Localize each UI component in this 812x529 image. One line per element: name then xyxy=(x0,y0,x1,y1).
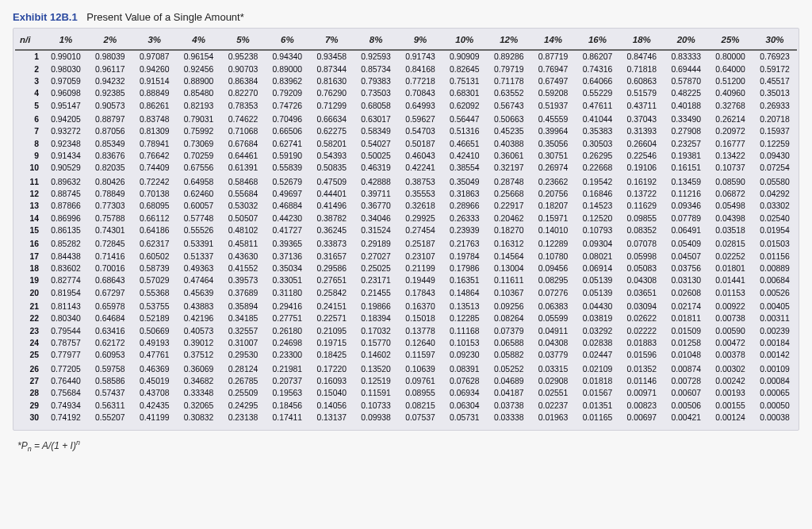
pv-cell: 0.12640 xyxy=(398,337,442,349)
pv-cell: 0.76440 xyxy=(44,375,88,387)
pv-cell: 0.32618 xyxy=(398,200,442,212)
row-n-label: 18 xyxy=(15,263,44,274)
pv-cell: 0.51937 xyxy=(531,100,576,113)
pv-cell: 0.18456 xyxy=(265,400,309,412)
pv-cell: 0.46369 xyxy=(132,362,177,374)
pv-cell: 0.51316 xyxy=(442,125,487,137)
pv-cell: 0.07628 xyxy=(442,375,487,387)
row-n-label: 10 xyxy=(15,162,44,175)
pv-cell: 0.07254 xyxy=(753,162,797,175)
table-row: 100.905290.820350.744090.675560.613910.5… xyxy=(15,162,797,175)
pv-cell: 0.74934 xyxy=(44,400,88,412)
pv-cell: 0.47611 xyxy=(576,100,620,113)
pv-cell: 0.71178 xyxy=(487,75,531,87)
pv-cell: 0.21455 xyxy=(354,287,398,301)
table-row: 70.932720.870560.813090.759920.710680.66… xyxy=(15,125,797,137)
pv-cell: 0.27751 xyxy=(265,312,309,324)
pv-cell: 0.00155 xyxy=(708,400,753,412)
pv-cell: 0.74316 xyxy=(576,63,620,75)
pv-cell: 0.57437 xyxy=(88,387,132,399)
pv-cell: 0.31657 xyxy=(309,250,354,262)
pv-cell: 0.30832 xyxy=(177,412,221,425)
pv-cell: 0.38554 xyxy=(442,162,487,175)
pv-cell: 0.48225 xyxy=(664,87,708,99)
pv-cell: 0.60953 xyxy=(88,349,132,362)
table-row: 150.861350.743010.641860.555260.481020.4… xyxy=(15,224,797,238)
pv-cell: 0.71068 xyxy=(221,125,266,137)
pv-cell: 0.26604 xyxy=(619,137,664,149)
pv-cell: 0.54703 xyxy=(398,125,442,137)
pv-cell: 0.29530 xyxy=(221,349,266,362)
pv-cell: 0.12285 xyxy=(442,312,487,324)
pv-cell: 0.03819 xyxy=(576,312,620,324)
pv-cell: 0.41044 xyxy=(576,113,620,125)
row-n-label: 13 xyxy=(15,200,44,212)
pv-cell: 0.35553 xyxy=(398,188,442,200)
pv-cell: 0.55368 xyxy=(132,287,177,301)
pv-cell: 0.55526 xyxy=(177,224,221,238)
table-row: 190.827740.686430.570290.474640.395730.3… xyxy=(15,274,797,286)
pv-cell: 0.11168 xyxy=(442,325,487,337)
pv-cell: 0.91743 xyxy=(398,50,442,63)
pv-cell: 0.56311 xyxy=(88,400,132,412)
pv-cell: 0.25025 xyxy=(354,263,398,274)
pv-cell: 0.10793 xyxy=(576,224,620,238)
pv-cell: 0.06588 xyxy=(487,337,531,349)
pv-cell: 0.88900 xyxy=(177,75,221,87)
pv-cell: 0.26180 xyxy=(265,325,309,337)
row-n-label: 28 xyxy=(15,387,44,399)
pv-cell: 0.07379 xyxy=(487,325,531,337)
pv-cell: 0.00590 xyxy=(708,325,753,337)
pv-cell: 0.74301 xyxy=(88,224,132,238)
pv-cell: 0.20737 xyxy=(265,375,309,387)
pv-cell: 0.02838 xyxy=(576,337,620,349)
row-n-label: 25 xyxy=(15,349,44,362)
pv-cell: 0.05731 xyxy=(442,412,487,425)
pv-cell: 0.45559 xyxy=(531,113,576,125)
pv-cell: 0.22571 xyxy=(309,312,354,324)
pv-cell: 0.55207 xyxy=(88,412,132,425)
pv-cell: 0.64000 xyxy=(708,63,753,75)
pv-cell: 0.39012 xyxy=(177,337,221,349)
pv-cell: 0.86135 xyxy=(44,224,88,238)
pv-cell: 0.97087 xyxy=(132,50,177,63)
pv-cell: 0.73069 xyxy=(177,137,221,149)
col-header: 16% xyxy=(576,30,620,50)
pv-cell: 0.16093 xyxy=(309,375,354,387)
pv-cell: 0.23939 xyxy=(442,224,487,238)
pv-cell: 0.14523 xyxy=(576,200,620,212)
pv-cell: 0.31393 xyxy=(619,125,664,137)
pv-cell: 0.66506 xyxy=(265,125,309,137)
pv-cell: 0.01883 xyxy=(619,337,664,349)
pv-cell: 0.50025 xyxy=(354,150,398,162)
pv-cell: 0.00405 xyxy=(753,301,797,312)
pv-cell: 0.34682 xyxy=(177,375,221,387)
pv-cell: 0.78757 xyxy=(44,337,88,349)
pv-cell: 0.70259 xyxy=(177,150,221,162)
pv-cell: 0.19715 xyxy=(309,337,354,349)
pv-cell: 0.78353 xyxy=(221,100,266,113)
pv-cell: 0.00738 xyxy=(708,312,753,324)
pv-cell: 0.67297 xyxy=(88,287,132,301)
pv-cell: 0.32768 xyxy=(708,100,753,113)
pv-cell: 0.28748 xyxy=(487,175,531,187)
pv-cell: 0.74622 xyxy=(221,113,266,125)
row-n-label: 8 xyxy=(15,137,44,149)
pv-cell: 0.83333 xyxy=(664,50,708,63)
row-n-label: 3 xyxy=(15,75,44,87)
pv-cell: 0.43711 xyxy=(619,100,664,113)
pv-cell: 0.16351 xyxy=(442,274,487,286)
pv-cell: 0.21095 xyxy=(309,325,354,337)
pv-cell: 0.42435 xyxy=(132,400,177,412)
pv-cell: 0.37136 xyxy=(265,250,309,262)
pv-cell: 0.10737 xyxy=(708,162,753,175)
row-n-label: 22 xyxy=(15,312,44,324)
pv-cell: 0.04292 xyxy=(753,188,797,200)
pv-cell: 0.17986 xyxy=(442,263,487,274)
pv-cell: 0.21199 xyxy=(398,263,442,274)
pv-cell: 0.52679 xyxy=(265,175,309,187)
pv-cell: 0.58349 xyxy=(354,125,398,137)
pv-cell: 0.43708 xyxy=(132,387,177,399)
pv-cell: 0.51200 xyxy=(708,75,753,87)
pv-cell: 0.06304 xyxy=(442,400,487,412)
